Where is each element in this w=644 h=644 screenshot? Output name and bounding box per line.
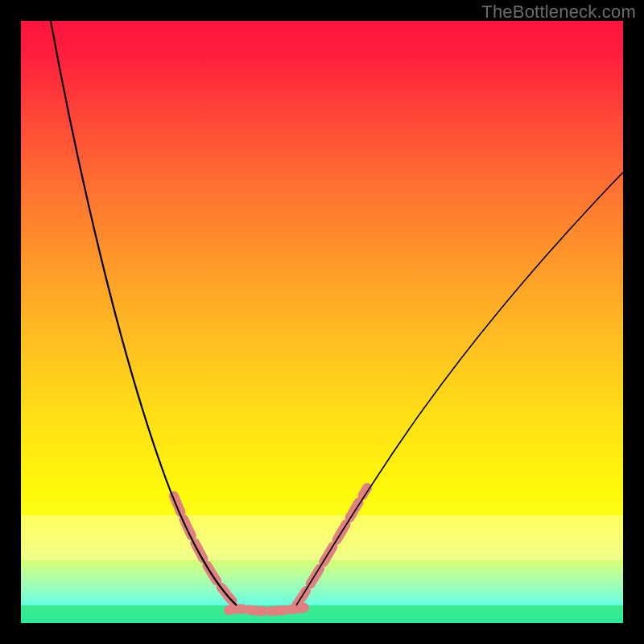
bottleneck-curve: [21, 21, 623, 623]
chart-frame: [21, 21, 623, 623]
curve-left-arm: [51, 21, 237, 605]
highlight-left: [174, 496, 237, 605]
highlight-bottom: [229, 608, 304, 611]
curve-right-arm: [296, 172, 623, 605]
watermark-text: TheBottleneck.com: [481, 2, 636, 23]
